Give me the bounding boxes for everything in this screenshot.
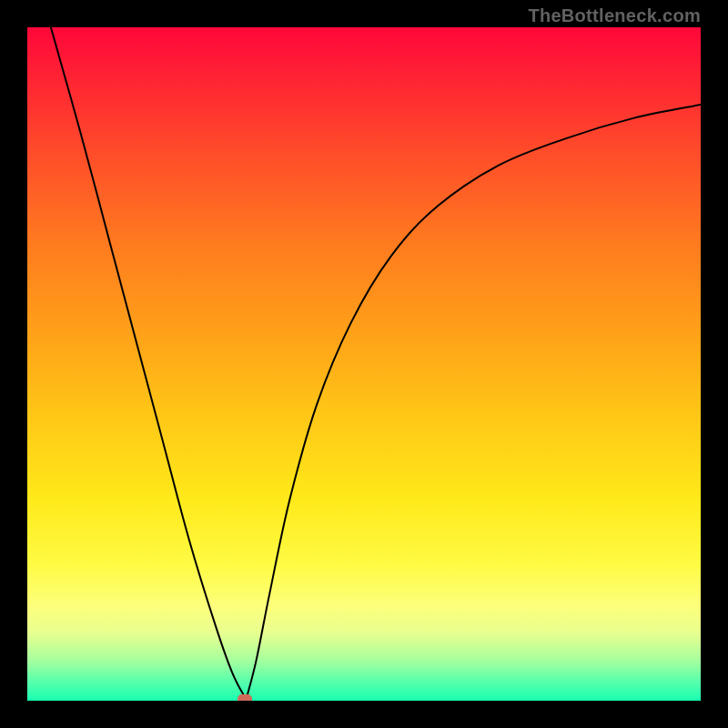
watermark-text: TheBottleneck.com [528,5,701,26]
bottleneck-chart: TheBottleneck.com [0,0,728,728]
curve-right-branch [247,105,702,699]
frame-right [701,0,728,728]
frame-bottom [0,701,728,728]
curve-left-branch [51,27,247,700]
bottleneck-curve [0,0,728,728]
frame-left [0,0,27,728]
